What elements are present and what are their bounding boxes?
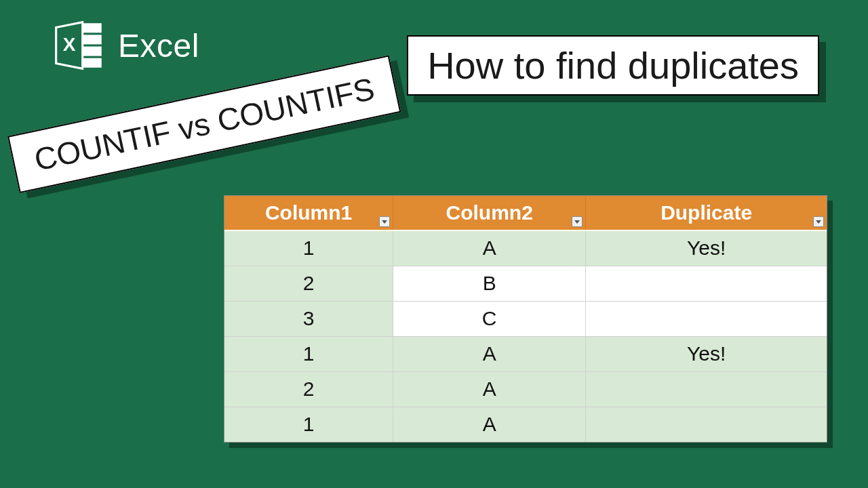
cell-col3[interactable] xyxy=(586,371,827,407)
excel-logo: X Excel xyxy=(53,19,199,72)
table-row: 2B xyxy=(224,266,827,301)
header-col1[interactable]: Column1 xyxy=(224,196,393,230)
table-row: 1A xyxy=(224,407,827,442)
cell-col1[interactable]: 2 xyxy=(224,266,393,301)
header-col2[interactable]: Column2 xyxy=(393,196,586,230)
table-row: 2A xyxy=(224,371,827,407)
cell-col3[interactable] xyxy=(586,407,827,442)
cell-col1[interactable]: 2 xyxy=(224,371,393,407)
filter-icon[interactable] xyxy=(379,216,390,227)
cell-col2[interactable]: A xyxy=(393,407,586,442)
header-col3[interactable]: Duplicate xyxy=(586,196,827,230)
header-col2-label: Column2 xyxy=(446,201,533,224)
data-table: Column1 Column2 Duplicate 1AYes!2B3C1AYe… xyxy=(224,195,827,443)
subtitle-text: COUNTIF vs COUNTIFS xyxy=(31,71,378,178)
table-header-row: Column1 Column2 Duplicate xyxy=(224,196,827,230)
filter-icon[interactable] xyxy=(813,216,824,227)
cell-col1[interactable]: 3 xyxy=(224,301,393,336)
cell-col3[interactable]: Yes! xyxy=(586,230,827,266)
cell-col1[interactable]: 1 xyxy=(224,407,393,442)
title-banner: How to find duplicates xyxy=(407,35,819,96)
filter-icon[interactable] xyxy=(572,216,583,227)
cell-col1[interactable]: 1 xyxy=(224,230,393,266)
cell-col3[interactable] xyxy=(586,266,827,301)
subtitle-banner: COUNTIF vs COUNTIFS xyxy=(7,55,401,193)
header-col1-label: Column1 xyxy=(265,201,352,224)
cell-col2[interactable]: C xyxy=(393,301,586,336)
header-col3-label: Duplicate xyxy=(660,201,752,224)
title-text: How to find duplicates xyxy=(427,44,799,87)
cell-col3[interactable] xyxy=(586,301,827,336)
app-name-label: Excel xyxy=(118,27,199,64)
svg-text:X: X xyxy=(63,34,76,55)
cell-col2[interactable]: A xyxy=(393,371,586,407)
cell-col2[interactable]: A xyxy=(393,230,586,266)
excel-icon: X xyxy=(53,19,106,72)
table-row: 1AYes! xyxy=(224,336,827,371)
cell-col1[interactable]: 1 xyxy=(224,336,393,371)
cell-col2[interactable]: B xyxy=(393,266,586,301)
cell-col3[interactable]: Yes! xyxy=(586,336,827,371)
table-row: 3C xyxy=(224,301,827,336)
table-row: 1AYes! xyxy=(224,230,827,266)
cell-col2[interactable]: A xyxy=(393,336,586,371)
